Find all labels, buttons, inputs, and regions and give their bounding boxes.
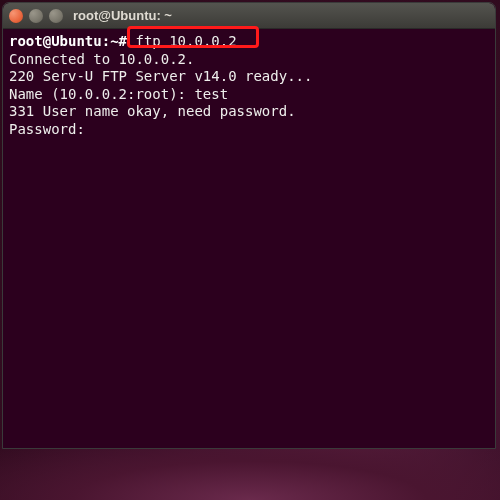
close-icon[interactable] <box>9 9 23 23</box>
output-line: Name (10.0.0.2:root): test <box>9 86 489 104</box>
output-line: 220 Serv-U FTP Server v14.0 ready... <box>9 68 489 86</box>
name-prompt-label: Name (10.0.0.2:root): <box>9 86 194 102</box>
titlebar[interactable]: root@Ubuntu: ~ <box>3 3 495 29</box>
prompt-path: ~ <box>110 33 118 49</box>
minimize-icon[interactable] <box>29 9 43 23</box>
output-line: 331 User name okay, need password. <box>9 103 489 121</box>
desktop-background <box>0 445 500 500</box>
prompt-line: root@Ubuntu:~# ftp 10.0.0.2 <box>9 33 489 51</box>
terminal-window: root@Ubuntu: ~ root@Ubuntu:~# ftp 10.0.0… <box>2 2 496 449</box>
prompt-separator: : <box>102 33 110 49</box>
output-line: Password: <box>9 121 489 139</box>
output-line: Connected to 10.0.0.2. <box>9 51 489 69</box>
prompt-symbol: # <box>119 33 127 49</box>
window-controls <box>9 9 63 23</box>
prompt-user-host: root@Ubuntu <box>9 33 102 49</box>
name-prompt-input: test <box>194 86 228 102</box>
command-text: ftp 10.0.0.2 <box>135 33 236 49</box>
maximize-icon[interactable] <box>49 9 63 23</box>
terminal-output[interactable]: root@Ubuntu:~# ftp 10.0.0.2Connected to … <box>3 29 495 448</box>
window-title: root@Ubuntu: ~ <box>73 8 172 23</box>
